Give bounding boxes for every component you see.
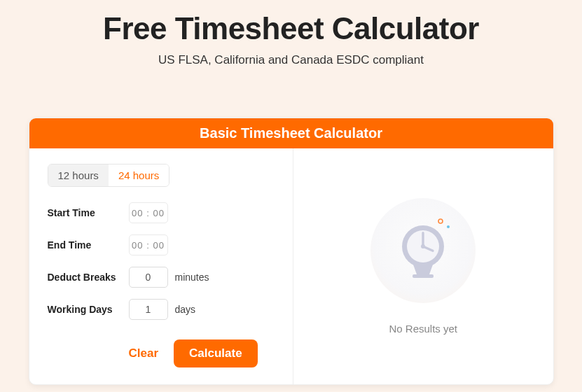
start-time-label: Start Time — [48, 207, 129, 218]
calculate-button[interactable]: Calculate — [174, 340, 258, 368]
svg-point-6 — [421, 244, 425, 248]
end-time-label: End Time — [48, 239, 129, 251]
calculator-card: Basic Timesheet Calculator 12 hours 24 h… — [29, 118, 554, 385]
end-time-input[interactable]: 00 : 00 — [129, 234, 168, 255]
breaks-unit: minutes — [175, 272, 209, 283]
svg-point-1 — [447, 225, 450, 228]
card-body: 12 hours 24 hours Start Time 00 : 00 End… — [29, 148, 553, 384]
start-time-row: Start Time 00 : 00 — [48, 202, 279, 223]
end-time-row: End Time 00 : 00 — [48, 234, 279, 255]
clock-svg — [394, 217, 452, 284]
time-format-tabs: 12 hours 24 hours — [48, 164, 170, 187]
deduct-breaks-label: Deduct Breaks — [48, 272, 129, 283]
working-days-input[interactable] — [129, 299, 168, 320]
page-subtitle: US FLSA, California and Canada ESDC comp… — [0, 53, 582, 67]
start-time-input[interactable]: 00 : 00 — [129, 202, 168, 223]
working-days-row: Working Days days — [48, 299, 279, 320]
no-results-text: No Results yet — [389, 323, 457, 335]
deduct-breaks-input[interactable] — [129, 267, 168, 288]
tab-24-hours[interactable]: 24 hours — [109, 164, 169, 186]
deduct-breaks-row: Deduct Breaks minutes — [48, 267, 279, 288]
clock-icon — [370, 198, 476, 303]
page-title: Free Timesheet Calculator — [0, 11, 582, 46]
results-panel: No Results yet — [293, 148, 553, 384]
form-panel: 12 hours 24 hours Start Time 00 : 00 End… — [29, 148, 294, 384]
svg-point-0 — [438, 219, 443, 223]
svg-rect-7 — [413, 274, 434, 278]
working-days-label: Working Days — [48, 304, 129, 315]
clear-button[interactable]: Clear — [129, 340, 159, 368]
card-header: Basic Timesheet Calculator — [29, 118, 553, 148]
button-row: Clear Calculate — [48, 340, 279, 368]
days-unit: days — [175, 304, 196, 315]
tab-12-hours[interactable]: 12 hours — [48, 164, 109, 186]
